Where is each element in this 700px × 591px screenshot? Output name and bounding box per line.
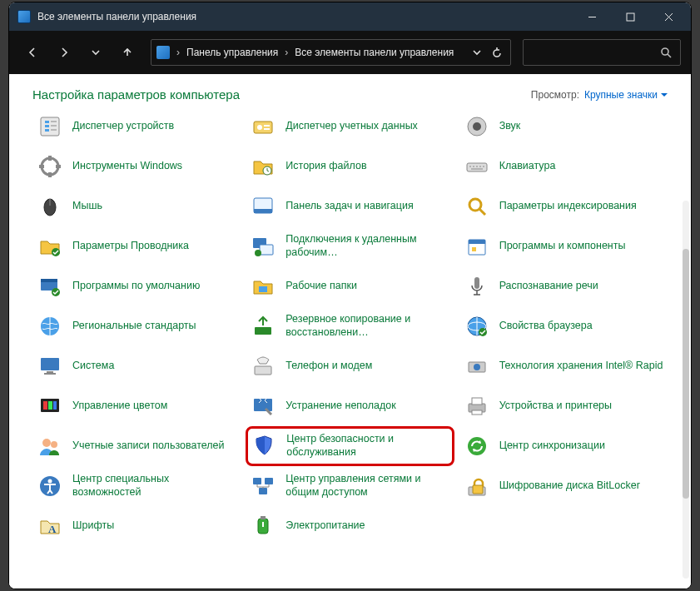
control-panel-item[interactable]: Параметры индексирования [459,186,668,226]
control-panel-item[interactable]: История файлов [246,147,454,186]
control-panel-item-label: Диспетчер устройств [72,120,174,133]
control-panel-item[interactable]: Центр специальных возможностей [32,466,241,506]
file-history-icon [249,152,277,181]
control-panel-item[interactable]: Региональные стандарты [32,306,241,346]
control-panel-item-label: Распознавание речи [499,280,598,293]
mouse-icon [36,192,64,221]
control-panel-item[interactable]: Центр управления сетями и общим доступом [246,466,454,506]
back-button[interactable] [19,39,46,66]
view-dropdown[interactable]: Крупные значки [584,89,668,101]
window: Все элементы панели управления [8,2,692,589]
control-panel-icon [17,10,31,23]
svg-point-22 [469,199,481,211]
devices-printers-icon [463,392,491,420]
control-panel-item[interactable]: Программы и компоненты [459,226,668,266]
search-box[interactable] [523,39,681,66]
address-bar[interactable]: › Панель управления › Все элементы панел… [151,39,511,66]
svg-rect-4 [45,125,49,127]
svg-rect-47 [43,401,47,410]
control-panel-item[interactable]: Распознавание речи [459,266,668,306]
breadcrumb-segment[interactable]: Панель управления [186,47,278,58]
svg-point-54 [42,439,51,447]
chevron-down-icon[interactable] [472,47,482,57]
svg-rect-31 [41,279,57,282]
maximize-button[interactable] [611,4,649,29]
taskbar-icon [249,192,277,221]
scrollbar[interactable] [683,201,689,579]
scroll-thumb[interactable] [683,249,689,499]
fonts-icon: A [36,512,64,540]
forward-button[interactable] [51,39,77,66]
svg-rect-21 [254,209,272,213]
chevron-right-icon[interactable]: › [175,47,181,58]
control-panel-item[interactable]: Рабочие папки [246,266,454,306]
svg-point-55 [51,441,57,448]
control-panel-item-label: Центр безопасности и обслуживания [286,433,449,459]
up-button[interactable] [114,39,141,66]
svg-rect-25 [260,245,273,255]
refresh-icon[interactable] [492,47,502,57]
control-panel-item-label: Центр синхронизации [499,440,605,453]
control-panel-item[interactable]: Диспетчер устройств [32,107,241,147]
indexing-icon [463,192,491,221]
control-panel-item[interactable]: Инструменты Windows [32,147,241,186]
control-panel-item[interactable]: Телефон и модем [246,346,454,386]
control-panel-item[interactable]: Программы по умолчанию [32,266,241,306]
troubleshoot-icon [249,392,277,420]
control-panel-item[interactable]: AШрифты [32,506,241,546]
control-panel-item-label: Программы по умолчанию [72,280,200,293]
control-panel-item[interactable]: Центр синхронизации [459,426,668,466]
svg-rect-18 [467,163,487,171]
control-panel-item[interactable]: Диспетчер учетных данных [246,107,454,147]
control-panel-item[interactable]: Устройства и принтеры [459,386,668,426]
svg-rect-60 [265,478,273,484]
internet-options-icon [463,312,491,340]
control-panel-item[interactable]: Устранение неполадок [246,386,454,426]
control-panel-item[interactable]: Центр безопасности и обслуживания [246,426,454,466]
svg-point-56 [468,437,486,455]
minimize-button[interactable] [573,4,611,29]
control-panel-item[interactable]: Шифрование диска BitLocker [459,466,668,506]
chevron-down-icon [661,92,668,98]
control-panel-item[interactable]: Параметры Проводника [32,226,241,266]
svg-point-1 [662,48,668,55]
control-panel-item[interactable]: Технология хранения Intel® Rapid [459,346,668,386]
device-manager-icon [36,112,64,141]
content-area: Настройка параметров компьютера Просмотр… [9,74,691,589]
control-panel-item[interactable]: Свойства браузера [459,306,668,346]
control-panel-item[interactable]: Система [32,346,241,386]
work-folders-icon [249,272,277,300]
chevron-right-icon[interactable]: › [283,47,290,58]
svg-rect-14 [48,172,52,177]
control-panel-item[interactable]: Управление цветом [32,386,241,426]
control-panel-item-label: Центр специальных возможностей [72,473,237,499]
control-panel-item[interactable]: Подключения к удаленным рабочим… [246,226,454,266]
control-panel-item[interactable]: Учетные записи пользователей [32,426,241,466]
recent-dropdown[interactable] [82,39,109,66]
programs-icon [463,232,491,261]
svg-rect-15 [39,165,44,168]
control-panel-item-label: Клавиатура [499,160,556,173]
view-label: Просмотр: [531,89,579,101]
svg-point-7 [257,125,262,130]
control-panel-item[interactable]: Клавиатура [459,147,668,186]
control-panel-item-label: Центр управления сетями и общим доступом [285,473,450,499]
control-panel-item-label: Электропитание [285,519,365,533]
breadcrumb-segment[interactable]: Все элементы панели управления [295,47,454,58]
close-button[interactable] [649,4,688,29]
svg-point-45 [474,364,480,370]
control-panel-item[interactable]: Резервное копирование и восстановлени… [246,306,454,346]
backup-icon [249,312,277,340]
sound-icon [463,112,491,141]
control-panel-item[interactable]: Электропитание [246,506,454,546]
system-icon [36,352,64,380]
control-panel-item[interactable]: Панель задач и навигация [246,186,454,226]
control-panel-item[interactable]: Звук [459,107,668,147]
explorer-options-icon [36,232,64,261]
svg-rect-43 [255,366,271,375]
svg-rect-28 [469,240,485,244]
sync-center-icon [463,432,491,460]
control-panel-item-label: Диспетчер учетных данных [285,120,418,133]
security-center-icon [250,432,278,460]
control-panel-item[interactable]: Мышь [32,186,241,226]
